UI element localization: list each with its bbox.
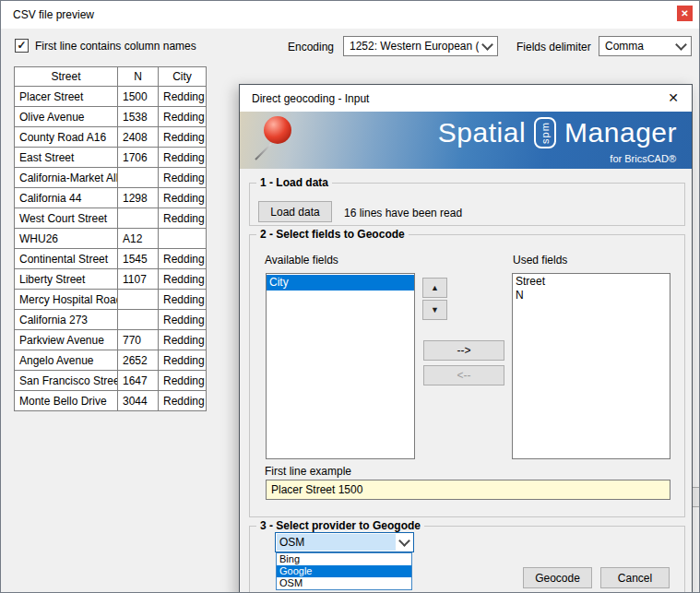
pin-needle: [255, 143, 271, 160]
fields-delimiter-combobox[interactable]: Comma: [599, 36, 692, 56]
cell-n: A12: [118, 229, 159, 249]
table-row[interactable]: West Court Street Redding: [15, 208, 207, 229]
close-icon: ✕: [681, 8, 688, 18]
move-up-button[interactable]: ▲: [422, 278, 447, 298]
geocoding-dialog: Direct geocoding - Input ✕ Spatial spm M…: [239, 84, 693, 593]
table-row[interactable]: California-Market Alley Redding: [15, 168, 207, 188]
cancel-button[interactable]: Cancel: [600, 567, 670, 588]
available-fields-label: Available fields: [265, 254, 338, 267]
cell-n: 1298: [118, 188, 159, 208]
section-load-data-title: 1 - Load data: [256, 176, 332, 189]
table-row[interactable]: Monte Bello Drive 3044 Redding: [15, 391, 207, 411]
table-row[interactable]: WHU26 A12: [15, 229, 207, 249]
geocoding-close-button[interactable]: ✕: [668, 91, 679, 104]
table-row[interactable]: Parkview Avenue 770 Redding: [15, 330, 207, 350]
cell-n: [118, 310, 159, 330]
geocoding-dialog-title: Direct geocoding - Input: [252, 92, 369, 105]
cell-street: California 273: [15, 310, 118, 330]
check-icon: ✓: [17, 40, 26, 51]
list-item[interactable]: City: [267, 275, 414, 291]
pin-head: [264, 116, 291, 144]
table-row[interactable]: Continental Street 1545 Redding: [15, 249, 207, 269]
available-fields-listbox[interactable]: City: [266, 273, 415, 459]
brand-word-spatial: Spatial: [438, 117, 526, 149]
cell-street: East Street: [15, 148, 118, 168]
provider-combobox[interactable]: OSM: [275, 532, 414, 552]
cell-street: Olive Avenue: [15, 107, 118, 127]
cell-n: 3044: [118, 391, 159, 411]
add-field-button[interactable]: -->: [423, 340, 504, 361]
list-item[interactable]: Street: [513, 275, 670, 289]
table-row[interactable]: Mercy Hospital Road Redding: [15, 290, 207, 310]
geocoding-dialog-titlebar[interactable]: Direct geocoding - Input: [240, 85, 692, 112]
used-fields-label: Used fields: [513, 254, 567, 267]
cell-city: Redding: [159, 391, 207, 411]
first-line-checkbox[interactable]: ✓: [15, 39, 29, 53]
cell-street: California 44: [15, 188, 118, 208]
cell-n: 1107: [118, 269, 159, 290]
table-row[interactable]: San Francisco Street 1647 Redding: [15, 371, 207, 391]
cell-n: 1538: [118, 107, 159, 127]
csv-file-preview-dialog: CSV file preview ✕ ✓ First line contains…: [0, 0, 700, 593]
close-icon: ✕: [668, 90, 679, 105]
chevron-down-icon: [675, 39, 687, 51]
encoding-label: Encoding: [288, 41, 334, 53]
cell-city: Redding: [159, 87, 207, 107]
first-line-example-label: First line example: [265, 465, 351, 478]
table-header-row: Street N City: [15, 67, 207, 87]
table-row[interactable]: California 273 Redding: [15, 310, 207, 330]
cell-street: San Francisco Street: [15, 371, 118, 391]
table-row[interactable]: Liberty Street 1107 Redding: [15, 269, 207, 290]
table-row[interactable]: Olive Avenue 1538 Redding: [15, 107, 207, 127]
cell-street: California-Market Alley: [15, 168, 118, 188]
first-line-checkbox-row: ✓ First line contains column names: [15, 39, 196, 53]
cell-city: Redding: [159, 148, 207, 168]
list-item[interactable]: N: [513, 289, 670, 302]
table-row[interactable]: County Road A16 2408 Redding: [15, 127, 207, 148]
table-row[interactable]: California 44 1298 Redding: [15, 188, 207, 208]
section-select-fields: 2 - Select fields to Geocode Available f…: [249, 234, 685, 517]
cell-city: Redding: [159, 371, 207, 391]
first-line-checkbox-label[interactable]: First line contains column names: [35, 40, 196, 53]
provider-selected-value: OSM: [277, 534, 396, 551]
spatial-manager-banner: Spatial spm Manager for BricsCAD®: [240, 112, 692, 169]
table-row[interactable]: Angelo Avenue 2652 Redding: [15, 350, 207, 371]
pushpin-icon: [255, 114, 301, 166]
csv-dialog-titlebar[interactable]: CSV file preview: [1, 1, 699, 29]
cell-n: [118, 290, 159, 310]
cell-street: County Road A16: [15, 127, 118, 148]
section-load-data: 1 - Load data Load data 16 lines have be…: [249, 183, 685, 226]
used-fields-listbox[interactable]: Street N: [512, 273, 670, 459]
cell-n: 2408: [118, 127, 159, 148]
column-header-n: N: [118, 67, 159, 87]
cell-n: 1545: [118, 249, 159, 269]
provider-option-bing[interactable]: Bing: [277, 553, 411, 565]
csv-close-button[interactable]: ✕: [677, 6, 693, 21]
table-row[interactable]: Placer Street 1500 Redding: [15, 87, 207, 107]
remove-field-button[interactable]: <--: [423, 365, 504, 385]
first-line-example-input[interactable]: [266, 480, 670, 500]
provider-option-osm[interactable]: OSM: [277, 577, 411, 589]
section-select-fields-title: 2 - Select fields to Geocode: [256, 228, 409, 241]
load-data-button[interactable]: Load data: [258, 201, 332, 222]
geocode-button[interactable]: Geocode: [523, 567, 592, 588]
fields-delimiter-value: Comma: [605, 40, 672, 53]
load-status-text: 16 lines have been read: [344, 207, 462, 219]
move-down-button[interactable]: ▼: [422, 300, 447, 320]
cell-city: Redding: [159, 208, 207, 229]
cell-street: Placer Street: [15, 87, 118, 107]
cell-city: Redding: [159, 107, 207, 127]
table-row[interactable]: East Street 1706 Redding: [15, 148, 207, 168]
cell-street: Angelo Avenue: [15, 350, 118, 371]
cell-n: 1706: [118, 148, 159, 168]
cell-city: Redding: [159, 350, 207, 371]
cell-city: Redding: [159, 330, 207, 350]
fields-delimiter-label: Fields delimiter: [516, 41, 591, 53]
brand-logo: Spatial spm Manager: [438, 117, 677, 149]
cell-city: [159, 229, 207, 249]
csv-dialog-title: CSV file preview: [13, 8, 94, 21]
encoding-combobox[interactable]: 1252: Western European (Wir: [343, 36, 498, 56]
provider-dropdown-list: Bing Google OSM: [276, 552, 412, 590]
provider-option-google[interactable]: Google: [277, 565, 411, 577]
spm-logo-text: spm: [540, 122, 551, 144]
